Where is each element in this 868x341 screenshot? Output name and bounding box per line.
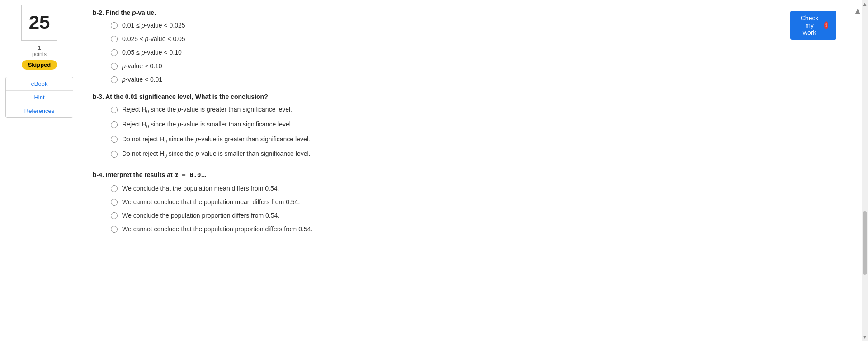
b4-radio-group: We conclude that the population mean dif… <box>111 185 854 233</box>
b2-radio-3[interactable] <box>111 49 118 56</box>
scrollbar-track[interactable]: ▲ ▼ <box>862 0 868 341</box>
section-b4: b-4. Interpret the results at α = 0.01. … <box>93 171 854 233</box>
check-my-work-label: Check my work <box>798 14 821 36</box>
b2-option-2-label: 0.025 ≤ p-value < 0.05 <box>122 35 185 42</box>
b2-pvalue-italic: p <box>132 9 136 16</box>
section-b3: b-3. At the 0.01 significance level, Wha… <box>93 93 854 159</box>
check-my-work-button[interactable]: Check my work 1 <box>790 11 836 40</box>
b3-option-3[interactable]: Do not reject H0 since the p-value is gr… <box>111 135 854 144</box>
b2-option-1-label: 0.01 ≤ p-value < 0.025 <box>122 22 185 29</box>
b3-radio-3[interactable] <box>111 136 118 143</box>
sidebar-item-references[interactable]: References <box>6 104 73 117</box>
b3-option-1[interactable]: Reject H0 since the p-value is greater t… <box>111 106 854 114</box>
sidebar-item-hint[interactable]: Hint <box>6 91 73 104</box>
section-b4-title: b-4. Interpret the results at α = 0.01. <box>93 171 854 178</box>
scrollbar-arrow-up[interactable]: ▲ <box>861 0 868 8</box>
b4-alpha: α = 0.01 <box>174 171 204 178</box>
b4-radio-1[interactable] <box>111 185 118 192</box>
b4-prefix: b-4. <box>93 171 104 178</box>
b3-option-2[interactable]: Reject H0 since the p-value is smaller t… <box>111 121 854 129</box>
b2-radio-5[interactable] <box>111 76 118 83</box>
section-b2: b-2. Find the p-value. 0.01 ≤ p-value < … <box>93 9 854 83</box>
b2-option-3-label: 0.05 ≤ p-value < 0.10 <box>122 49 182 56</box>
scrollbar-arrow-down[interactable]: ▼ <box>861 333 868 341</box>
b4-option-2[interactable]: We cannot conclude that the population m… <box>111 198 854 206</box>
b3-radio-1[interactable] <box>111 107 118 113</box>
b2-radio-group: 0.01 ≤ p-value < 0.025 0.025 ≤ p-value <… <box>111 22 854 83</box>
b3-option-4[interactable]: Do not reject H0 since the p-value is sm… <box>111 150 854 159</box>
b3-radio-group: Reject H0 since the p-value is greater t… <box>111 106 854 159</box>
b4-option-3-label: We conclude the population proportion di… <box>122 212 279 219</box>
b3-radio-2[interactable] <box>111 121 118 128</box>
b2-prefix: b-2. <box>93 9 104 16</box>
b3-radio-4[interactable] <box>111 151 118 158</box>
b3-option-1-label: Reject H0 since the p-value is greater t… <box>122 106 292 114</box>
b4-option-4-label: We cannot conclude that the population p… <box>122 225 312 233</box>
b2-option-4[interactable]: p-value ≥ 0.10 <box>111 62 854 70</box>
b4-radio-2[interactable] <box>111 199 118 206</box>
b2-option-5-label: p-value < 0.01 <box>122 76 162 83</box>
b2-option-1[interactable]: 0.01 ≤ p-value < 0.025 <box>111 22 854 29</box>
b2-radio-2[interactable] <box>111 36 118 42</box>
b2-radio-4[interactable] <box>111 63 118 70</box>
points-label: points <box>32 51 47 57</box>
notification-badge: 1 <box>824 21 828 29</box>
b3-option-2-label: Reject H0 since the p-value is smaller t… <box>122 121 292 129</box>
b4-option-3[interactable]: We conclude the population proportion di… <box>111 212 854 219</box>
b4-option-1-label: We conclude that the population mean dif… <box>122 185 279 192</box>
question-number: 25 <box>21 5 57 41</box>
b4-option-1[interactable]: We conclude that the population mean dif… <box>111 185 854 192</box>
b2-option-5[interactable]: p-value < 0.01 <box>111 76 854 83</box>
skipped-badge: Skipped <box>22 60 57 70</box>
left-panel: 25 1 points Skipped eBook Hint Reference… <box>0 0 79 341</box>
b4-option-2-label: We cannot conclude that the population m… <box>122 198 300 206</box>
b4-option-4[interactable]: We cannot conclude that the population p… <box>111 225 854 233</box>
main-content: b-2. Find the p-value. 0.01 ≤ p-value < … <box>79 0 868 247</box>
sidebar-links: eBook Hint References <box>5 77 73 118</box>
scrollbar-thumb[interactable] <box>863 211 867 275</box>
b2-radio-1[interactable] <box>111 22 118 29</box>
section-b2-title: b-2. Find the p-value. <box>93 9 854 16</box>
sidebar-item-ebook[interactable]: eBook <box>6 77 73 91</box>
b2-option-2[interactable]: 0.025 ≤ p-value < 0.05 <box>111 35 854 42</box>
b4-radio-3[interactable] <box>111 212 118 219</box>
b2-option-4-label: p-value ≥ 0.10 <box>122 62 162 70</box>
b2-option-3[interactable]: 0.05 ≤ p-value < 0.10 <box>111 49 854 56</box>
points-value: 1 <box>38 44 41 51</box>
b3-prefix: b-3. <box>93 93 104 100</box>
b4-radio-4[interactable] <box>111 226 118 233</box>
b3-option-3-label: Do not reject H0 since the p-value is gr… <box>122 135 310 144</box>
b3-option-4-label: Do not reject H0 since the p-value is sm… <box>122 150 310 159</box>
section-b3-title: b-3. At the 0.01 significance level, Wha… <box>93 93 854 100</box>
